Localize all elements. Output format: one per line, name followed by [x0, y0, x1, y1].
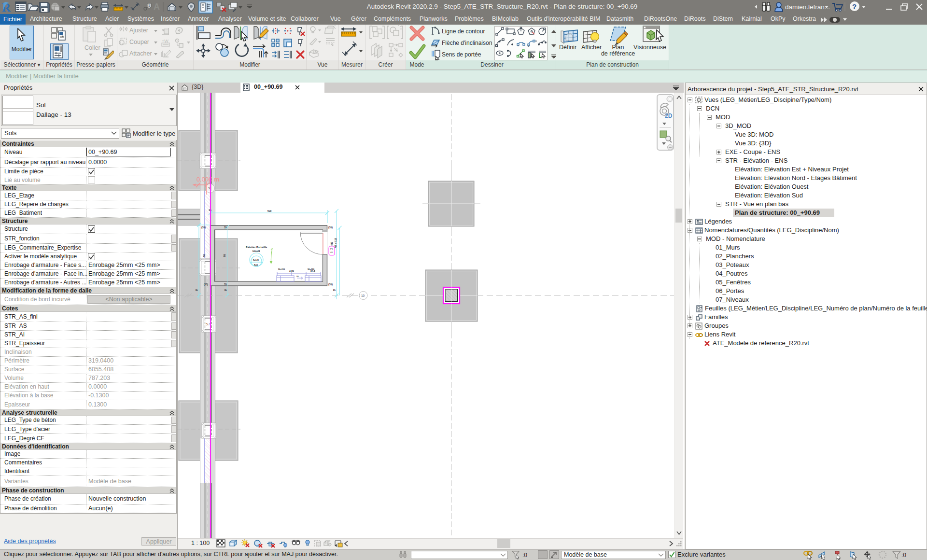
svg-text:Coller: Coller	[84, 44, 100, 51]
svg-text:90x190: 90x190	[308, 268, 315, 270]
svg-text:(55): (55)	[328, 226, 333, 229]
svg-text:10: 10	[361, 294, 365, 297]
svg-text:55: 55	[224, 283, 227, 286]
svg-text:(55): (55)	[204, 283, 208, 286]
svg-text::0: :0	[901, 552, 906, 559]
svg-text:0.000 m: 0.000 m	[197, 176, 219, 183]
svg-text:Kr: Kr	[196, 289, 198, 292]
svg-text:55: 55	[223, 254, 226, 257]
svg-text:Kr: Kr	[333, 289, 336, 292]
svg-text:55: 55	[224, 226, 227, 229]
svg-text:3.00: 3.00	[289, 269, 294, 272]
svg-text:55: 55	[296, 275, 299, 278]
svg-text:damien.lefran...: damien.lefran...	[785, 3, 830, 11]
svg-text:1: 1	[148, 4, 150, 7]
svg-text:(55): (55)	[328, 283, 333, 286]
svg-text:90x190: 90x190	[278, 268, 285, 270]
svg-text:Kr: Kr	[225, 289, 227, 292]
svg-text:Idmelß: Idmelß	[253, 250, 260, 252]
svg-text:Palettier Portatille: Palettier Portatille	[246, 246, 267, 249]
svg-text:55: 55	[203, 254, 206, 257]
svg-text:2D: 2D	[665, 112, 673, 119]
svg-text:?: ?	[852, 2, 857, 11]
svg-text:AR + 0.13: AR + 0.13	[335, 238, 337, 248]
svg-text:5x0: 5x0	[267, 210, 272, 212]
svg-text::0: :0	[522, 552, 527, 559]
svg-text:(55): (55)	[201, 226, 206, 229]
svg-text:40: 40	[330, 251, 333, 253]
svg-text:5: 5	[206, 322, 208, 326]
svg-text:±2.16: ±2.16	[253, 259, 259, 261]
svg-text:P1: P1	[330, 248, 333, 250]
svg-text:A: A	[154, 2, 160, 12]
